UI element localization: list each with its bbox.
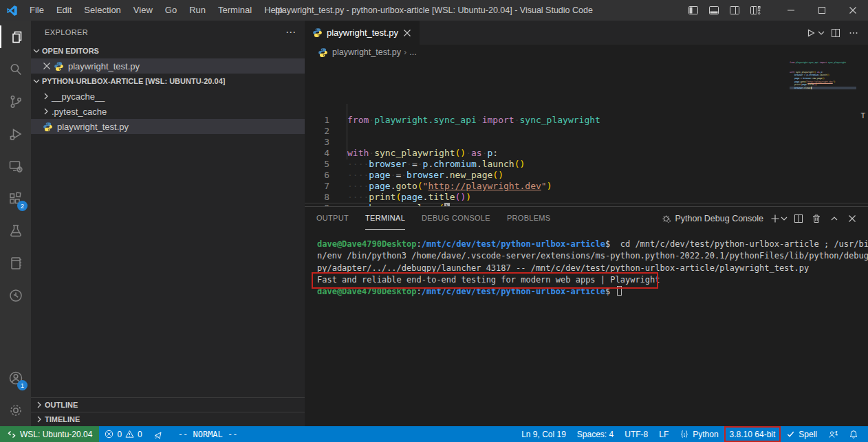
vim-mode-indicator: -- NORMAL -- (169, 426, 243, 442)
outline-section[interactable]: OUTLINE (31, 397, 305, 412)
minimap[interactable]: from playwright.sync_api import sync_pla… (790, 61, 856, 89)
layout-sidebar-right-icon[interactable] (724, 0, 745, 21)
close-window-button[interactable] (837, 0, 868, 21)
tab-playwright-test[interactable]: playwright_test.py (305, 21, 420, 45)
testing-icon (8, 223, 24, 239)
activitybar-timeline-view[interactable] (0, 279, 31, 311)
remote-indicator[interactable]: WSL: Ubuntu-20.04 (0, 426, 99, 442)
more-actions-icon[interactable]: ⋯ (285, 26, 296, 38)
notifications[interactable] (843, 426, 864, 442)
code-line-8[interactable]: 8····print(page.title()) (305, 192, 868, 203)
editor-more-actions-icon[interactable] (845, 24, 862, 42)
activitybar-settings[interactable] (0, 394, 31, 426)
code-line-3[interactable]: 3 (305, 137, 868, 148)
errors-icon (105, 430, 113, 439)
notebook-icon (8, 255, 24, 272)
close-panel-icon[interactable] (843, 210, 861, 228)
status-bar: WSL: Ubuntu-20.04 0 0 -- NORMAL -- Ln 9,… (0, 426, 868, 442)
menu-item-file[interactable]: File (23, 0, 50, 21)
activity-bar: 21 (0, 21, 31, 426)
open-editors-section[interactable]: OPEN EDITORS (31, 43, 305, 58)
terminal-dropdown-icon[interactable] (779, 210, 790, 228)
activitybar-extensions[interactable]: 2 (0, 182, 31, 214)
layout-customize-icon[interactable] (745, 0, 766, 21)
activitybar-accounts[interactable]: 1 (0, 362, 31, 394)
minimize-button[interactable] (775, 0, 806, 21)
indent-guide (347, 104, 347, 159)
timeline-section[interactable]: TIMELINE (31, 412, 305, 426)
titlebar: FileEditSelectionViewGoRunTerminalHelp p… (0, 0, 868, 21)
debug-run-indicator[interactable] (148, 426, 169, 442)
layout-sidebar-left-icon[interactable] (683, 0, 704, 21)
tree-folder-.pytest_cache[interactable]: .pytest_cache (31, 104, 305, 119)
eol-indicator[interactable]: LF (653, 426, 674, 442)
layout-panel-icon[interactable] (704, 0, 724, 21)
kill-terminal-icon[interactable] (807, 210, 825, 228)
panel-tab-debug-console[interactable]: DEBUG CONSOLE (422, 207, 490, 230)
feedback-icon (828, 430, 838, 439)
remote-icon (7, 430, 17, 439)
python-file-icon (312, 27, 323, 38)
problems-indicator[interactable]: 0 0 (99, 426, 147, 442)
python-file-icon (42, 121, 53, 132)
panel-tab-problems[interactable]: PROBLEMS (507, 207, 551, 230)
menu-item-help[interactable]: Help (258, 0, 289, 21)
maximize-panel-icon[interactable] (825, 210, 843, 228)
bell-icon (849, 430, 858, 439)
python-interpreter[interactable]: 3.8.10 64-bit (724, 426, 781, 442)
badge: 2 (17, 201, 28, 211)
chevron-right-icon (41, 91, 52, 102)
terminal-line: dave@Dave4790Desktop:/mnt/c/dev/test/pyt… (317, 239, 864, 250)
terminal-picker[interactable]: Python Debug Console (661, 213, 763, 223)
folder-section[interactable]: PYTHON-URLBOX-ARTICLE [WSL: UBUNTU-20.04… (31, 74, 305, 89)
panel-tab-output[interactable]: OUTPUT (316, 207, 349, 230)
code-line-4[interactable]: 4with·sync_playwright()·as·p: (305, 148, 868, 159)
menu-item-selection[interactable]: Selection (78, 0, 127, 21)
run-debug-icon (8, 126, 24, 142)
close-tab-icon[interactable] (400, 26, 414, 40)
cursor-position[interactable]: Ln 9, Col 19 (516, 426, 572, 442)
code-line-5[interactable]: 5····browser·=·p.chromium.launch() (305, 159, 868, 170)
code-line-7[interactable]: 7····page.goto("http://playwright.dev") (305, 181, 868, 192)
split-terminal-icon[interactable] (790, 210, 807, 228)
bottom-panel: OUTPUTTERMINALDEBUG CONSOLEPROBLEMS Pyth… (305, 206, 868, 426)
menu-item-terminal[interactable]: Terminal (212, 0, 258, 21)
encoding[interactable]: UTF-8 (619, 426, 653, 442)
tree-folder-__pycache__[interactable]: __pycache__ (31, 89, 305, 104)
activitybar-notebook[interactable] (0, 247, 31, 279)
menu-item-run[interactable]: Run (183, 0, 212, 21)
activitybar-source-control[interactable] (0, 85, 31, 118)
code-editor[interactable]: from playwright.sync_api import sync_pla… (305, 60, 868, 206)
maximize-button[interactable] (806, 0, 837, 21)
menubar: FileEditSelectionViewGoRunTerminalHelp (23, 0, 289, 21)
breadcrumb[interactable]: playwright_test.py › ... (305, 45, 868, 60)
activitybar-explorer[interactable] (0, 21, 31, 53)
clock-icon (8, 287, 24, 304)
language-mode[interactable]: Python (674, 426, 724, 442)
activitybar-run-and-debug[interactable] (0, 118, 31, 150)
menu-item-go[interactable]: Go (159, 0, 183, 21)
activitybar-remote-explorer[interactable] (0, 150, 31, 182)
terminal-line: n/env /bin/python3 /home/dave/.vscode-se… (317, 250, 864, 262)
close-editor-icon[interactable] (41, 60, 53, 72)
run-dropdown-icon[interactable] (816, 24, 827, 42)
open-editor-item[interactable]: playwright_test.py (31, 58, 305, 74)
code-line-1[interactable]: 1from·playwright.sync_api·import·sync_pl… (305, 115, 868, 126)
debug-console-icon (661, 213, 671, 223)
spell-checker[interactable]: Spell (781, 426, 823, 442)
feedback[interactable] (823, 426, 843, 442)
indentation[interactable]: Spaces: 4 (572, 426, 619, 442)
terminal-output[interactable]: dave@Dave4790Desktop:/mnt/c/dev/test/pyt… (317, 239, 864, 298)
warnings-icon (125, 430, 134, 439)
panel-tab-terminal[interactable]: TERMINAL (365, 207, 405, 230)
tree-file-playwright_test.py[interactable]: playwright_test.py (31, 119, 305, 134)
split-editor-icon[interactable] (827, 24, 845, 42)
menu-item-edit[interactable]: Edit (50, 0, 78, 21)
code-line-2[interactable]: 2 (305, 126, 868, 137)
activitybar-search[interactable] (0, 53, 31, 85)
check-icon (786, 430, 795, 439)
code-line-6[interactable]: 6····page·=·browser.new_page() (305, 170, 868, 181)
activitybar-testing[interactable] (0, 214, 31, 247)
source-control-icon (8, 93, 24, 110)
menu-item-view[interactable]: View (127, 0, 159, 21)
